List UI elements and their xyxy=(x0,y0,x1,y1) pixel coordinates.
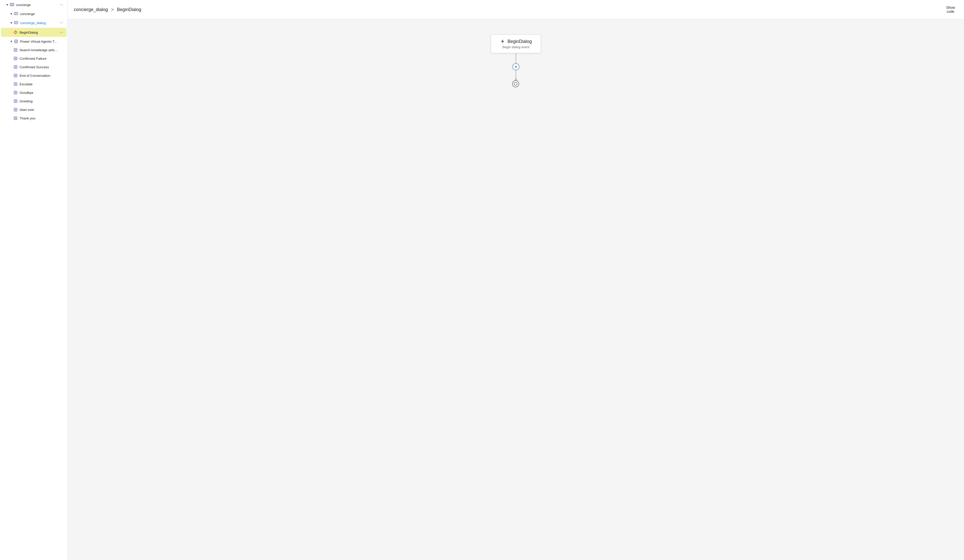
dialog-flow: BeginDialog Begin dialog event + xyxy=(491,34,541,88)
end-node-container xyxy=(512,80,519,88)
sidebar-item-label-goodbye: Goodbye xyxy=(20,91,65,94)
svg-point-12 xyxy=(15,33,16,34)
canvas[interactable]: BeginDialog Begin dialog event + xyxy=(68,19,964,560)
topic-icon-greeting xyxy=(13,99,18,104)
svg-point-15 xyxy=(16,41,16,42)
svg-rect-1 xyxy=(10,3,14,6)
sidebar-item-label-confirmed-failure: Confirmed Failure xyxy=(20,57,65,60)
svg-point-36 xyxy=(15,101,16,101)
svg-point-21 xyxy=(15,58,16,59)
sidebar-item-start-over[interactable]: Start over xyxy=(1,106,67,114)
plus-icon: + xyxy=(515,64,518,70)
sidebar-item-label-thank-you: Thank you xyxy=(20,117,65,120)
sidebar-item-label-concierge: concierge xyxy=(20,12,65,16)
dialog-icon-concierge-dialog xyxy=(13,20,19,25)
topic-icon-escalate xyxy=(13,81,18,86)
show-code-label: Showcode xyxy=(946,5,955,13)
sidebar-item-label-greeting: Greeting xyxy=(20,99,65,103)
main-content: concierge_dialog > BeginDialog Showcode … xyxy=(68,0,964,560)
sidebar-item-more-begin-dialog[interactable]: ··· xyxy=(59,29,65,36)
sidebar-item-confirmed-failure[interactable]: Confirmed Failure xyxy=(1,54,67,62)
sidebar-item-label-escalate: Escalate xyxy=(20,82,65,86)
expand-icon-concierge-dialog: ▼ xyxy=(9,21,13,25)
expand-icon-root: ▼ xyxy=(5,3,10,7)
svg-point-39 xyxy=(15,109,16,110)
topic-icon-end-of-conversation xyxy=(13,73,18,78)
svg-point-42 xyxy=(15,118,16,118)
sidebar-item-label-root: concierge xyxy=(16,3,59,7)
topic-icon-start-over xyxy=(13,107,18,112)
sidebar-item-end-of-conversation[interactable]: End of Conversation xyxy=(1,71,67,80)
lightning-icon xyxy=(500,39,505,44)
node-title-text: BeginDialog xyxy=(507,39,532,44)
sidebar-item-label-start-over: Start over xyxy=(20,108,65,112)
sidebar-item-label-end-of-conversation: End of Conversation xyxy=(20,74,65,78)
sidebar-item-confirmed-success[interactable]: Confirmed Success xyxy=(1,63,67,71)
sidebar-item-power-virtual[interactable]: ▼ Power Virtual Agents T... xyxy=(1,37,67,45)
dialog-icon-concierge xyxy=(13,11,19,16)
sidebar-item-concierge[interactable]: ▼ concierge xyxy=(1,10,67,18)
show-code-button[interactable]: Showcode xyxy=(943,4,958,15)
end-node-inner xyxy=(514,82,518,86)
trigger-icon-begin-dialog xyxy=(13,30,18,35)
sidebar-item-concierge-dialog[interactable]: ▼ concierge_dialog ··· xyxy=(1,18,67,28)
flow-node-title: BeginDialog xyxy=(498,39,534,44)
breadcrumb-separator: > xyxy=(111,7,114,13)
sidebar-item-label-search-knowledge: Search knowledge artic... xyxy=(20,48,65,52)
sidebar-item-more-concierge-dialog[interactable]: ··· xyxy=(59,20,65,26)
sidebar-item-escalate[interactable]: Escalate xyxy=(1,80,67,88)
add-step-button[interactable]: + xyxy=(512,63,519,70)
dialog-icon-root xyxy=(10,2,15,7)
breadcrumb-parent[interactable]: concierge_dialog xyxy=(74,7,108,12)
topic-icon-search-knowledge xyxy=(13,47,18,52)
topic-icon-confirmed-failure xyxy=(13,56,18,61)
svg-point-30 xyxy=(15,84,16,84)
sidebar-item-label-begin-dialog: BeginDialog xyxy=(20,31,59,34)
expand-icon-concierge: ▼ xyxy=(9,11,13,16)
sidebar-item-begin-dialog[interactable]: BeginDialog ··· xyxy=(1,28,67,37)
sidebar-item-goodbye[interactable]: Goodbye xyxy=(1,89,67,97)
svg-point-24 xyxy=(15,67,16,67)
sidebar-item-label-confirmed-success: Confirmed Success xyxy=(20,65,65,69)
svg-point-18 xyxy=(15,50,16,50)
sidebar-item-greeting[interactable]: Greeting xyxy=(1,97,67,105)
sidebar-item-thank-you[interactable]: Thank you xyxy=(1,114,67,122)
sidebar: ▼ concierge ··· ▼ concierge ▼ xyxy=(0,0,68,560)
sidebar-item-label-concierge-dialog: concierge_dialog xyxy=(20,21,59,25)
begin-dialog-node[interactable]: BeginDialog Begin dialog event xyxy=(491,34,541,53)
sidebar-item-search-knowledge[interactable]: Search knowledge artic... xyxy=(1,46,67,54)
expand-icon-power-virtual: ▼ xyxy=(9,39,13,44)
sidebar-item-more-root[interactable]: ··· xyxy=(59,2,65,8)
end-node-outer xyxy=(512,80,519,87)
breadcrumb-current: BeginDialog xyxy=(117,7,141,12)
sidebar-item-root[interactable]: ▼ concierge ··· xyxy=(1,0,67,9)
svg-rect-7 xyxy=(14,21,18,24)
svg-rect-4 xyxy=(14,12,18,15)
svg-point-33 xyxy=(15,93,16,93)
main-header: concierge_dialog > BeginDialog Showcode xyxy=(68,0,964,19)
connector-line-top xyxy=(516,53,516,63)
connector-line-bottom xyxy=(516,70,516,80)
svg-rect-0 xyxy=(10,3,14,6)
topic-icon-confirmed-success xyxy=(13,65,18,70)
breadcrumb: concierge_dialog > BeginDialog xyxy=(74,7,141,13)
svg-point-27 xyxy=(15,75,16,76)
topic-icon-thank-you xyxy=(13,116,18,121)
sidebar-item-label-power-virtual: Power Virtual Agents T... xyxy=(20,40,65,44)
svg-marker-43 xyxy=(501,39,504,44)
flow-node-subtitle: Begin dialog event xyxy=(498,45,534,49)
topic-icon-power-virtual xyxy=(13,39,19,44)
topic-icon-goodbye xyxy=(13,90,18,95)
